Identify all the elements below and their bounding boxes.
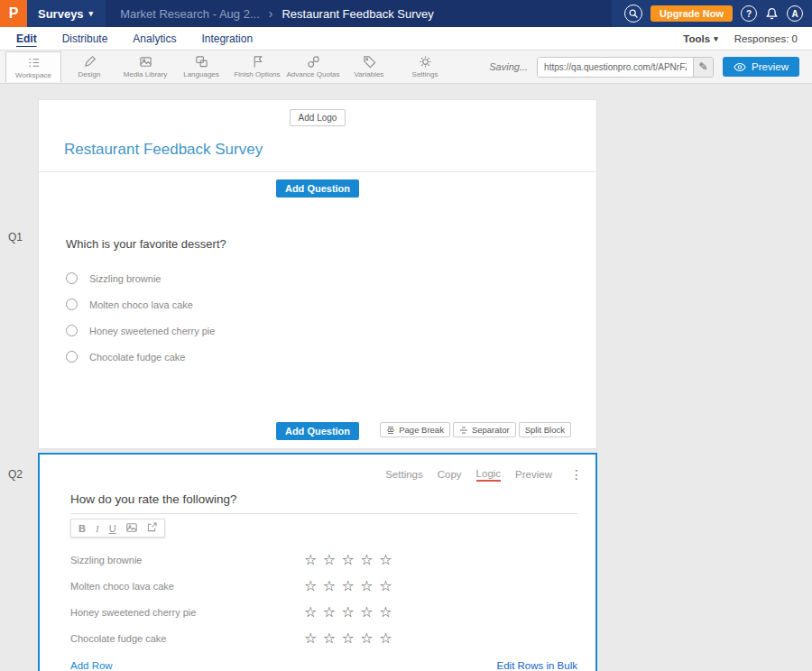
page-break-icon [386,426,395,435]
question-1-text[interactable]: Which is your favorite dessert? [66,237,596,251]
page-break-button[interactable]: Page Break [380,422,450,437]
advance-quotas-icon [307,55,320,69]
underline-button[interactable]: U [109,523,116,534]
separator-icon [459,426,468,435]
nav-right: Tools ▾ Responses: 0 [683,33,808,44]
rating-row: Sizzling brownie ☆ ☆ ☆ ☆ ☆ [70,547,577,573]
radio-button[interactable] [66,272,78,284]
edit-url-button[interactable]: ✎ [693,58,713,77]
question-preview-button[interactable]: Preview [515,469,552,480]
toolbar-item-workspace[interactable]: Workspace [5,51,61,82]
preview-button[interactable]: Preview [723,57,799,77]
block-actions: Page Break Separator Split Block [377,422,571,437]
italic-button[interactable]: I [96,523,99,534]
toolbar-item-finish-options[interactable]: Finish Options [229,51,285,82]
row-label[interactable]: Sizzling brownie [70,555,304,565]
add-logo-button[interactable]: Add Logo [290,109,346,126]
toolbar-item-label: Finish Options [234,70,280,78]
toolbar-right: Saving... ✎ Preview [489,57,807,78]
add-question-button-top[interactable]: Add Question [276,179,359,198]
notifications-button[interactable] [765,7,779,21]
toolbar-item-label: Languages [183,70,219,78]
tab-distribute[interactable]: Distribute [50,32,121,45]
breadcrumb-parent[interactable]: Market Research - Aug 2... [120,7,260,21]
toolbar-item-variables[interactable]: Variables [341,51,397,82]
tools-menu[interactable]: Tools ▾ [683,33,717,44]
toolbar-item-advance-quotas[interactable]: Advance Quotas [285,51,341,82]
help-button[interactable]: ? [741,5,757,22]
survey-header: Add Logo Restaurant Feedback Survey [39,100,596,172]
star-rating[interactable]: ☆ ☆ ☆ ☆ ☆ [304,603,393,620]
survey-title[interactable]: Restaurant Feedback Survey [64,141,596,159]
row-label[interactable]: Molten choco lava cake [70,581,304,592]
survey-url-input[interactable] [538,58,693,77]
add-row-link[interactable]: Add Row [70,660,113,671]
add-question-button-middle[interactable]: Add Question [276,422,359,440]
toolbar-item-label: Variables [355,70,384,78]
answer-option[interactable]: Molten choco lava cake [66,299,596,310]
tab-integration[interactable]: Integration [189,32,265,45]
answer-option[interactable]: Sizzling brownie [66,272,596,284]
responses-count[interactable]: Responses: 0 [734,33,798,44]
star-rating[interactable]: ☆ ☆ ☆ ☆ ☆ [304,577,393,594]
separator-button[interactable]: Separator [453,422,516,437]
text-format-toolbar: B I U [70,519,165,538]
radio-button[interactable] [66,351,78,363]
question-2-block[interactable]: Settings Copy Logic Preview ⋮ How do you… [38,453,597,671]
survey-nav: Edit Distribute Analytics Integration To… [0,27,812,51]
answer-option[interactable]: Chocolate fudge cake [66,351,596,363]
media-library-icon [139,55,152,69]
finish-options-icon [251,55,264,69]
radio-button[interactable] [66,299,78,310]
survey-url-group: ✎ [537,57,714,78]
toolbar-item-languages[interactable]: Languages [173,51,229,82]
row-label[interactable]: Honey sweetened cherry pie [70,607,304,618]
image-icon [126,523,137,532]
edit-rows-in-bulk-link[interactable]: Edit Rows in Bulk [497,660,577,671]
rating-row: Molten choco lava cake ☆ ☆ ☆ ☆ ☆ [70,573,577,599]
external-link-icon [147,522,157,532]
q2-label: Q2 [8,468,23,481]
search-button[interactable] [624,5,642,23]
option-label: Molten choco lava cake [89,299,193,310]
questionpro-logo[interactable]: P [0,0,27,27]
surveys-menu[interactable]: Surveys ▾ [27,7,106,21]
answer-option[interactable]: Honey sweetened cherry pie [66,325,596,336]
question-2-text[interactable]: How do you rate the following? [70,492,577,514]
upgrade-now-button[interactable]: Upgrade Now [651,5,733,22]
page-break-label: Page Break [399,425,444,435]
account-avatar[interactable]: A [787,5,803,22]
split-block-label: Split Block [525,425,565,435]
question-settings-button[interactable]: Settings [385,469,423,480]
breadcrumb: Market Research - Aug 2... › Restaurant … [106,0,612,27]
tab-edit[interactable]: Edit [4,32,50,45]
radio-button[interactable] [66,325,78,336]
tab-analytics[interactable]: Analytics [120,32,189,45]
toolbar-item-media-library[interactable]: Media Library [117,51,173,82]
more-options-icon[interactable]: ⋮ [570,467,583,482]
tools-label: Tools [683,33,710,44]
star-rating[interactable]: ☆ ☆ ☆ ☆ ☆ [304,551,393,568]
eye-icon [734,62,746,72]
toolbar-item-label: Advance Quotas [286,70,339,78]
row-label[interactable]: Chocolate fudge cake [70,633,304,644]
chevron-down-icon: ▾ [714,34,718,43]
question-1[interactable]: Which is your favorite dessert? Sizzling… [39,198,596,363]
split-block-button[interactable]: Split Block [519,422,571,437]
toolbar-item-label: Settings [412,70,438,78]
external-link-button[interactable] [147,522,157,534]
toolbar-item-settings[interactable]: Settings [397,51,453,82]
top-bar: P Surveys ▾ Market Research - Aug 2... ›… [0,0,812,27]
toolbar-item-design[interactable]: Design [61,51,117,82]
rating-row: Honey sweetened cherry pie ☆ ☆ ☆ ☆ ☆ [70,599,577,625]
languages-icon [195,55,208,69]
design-icon [83,55,97,69]
question-copy-button[interactable]: Copy [438,469,462,480]
insert-image-button[interactable] [126,523,137,534]
avatar-letter: A [791,9,798,19]
bold-button[interactable]: B [78,523,86,534]
rating-row: Chocolate fudge cake ☆ ☆ ☆ ☆ ☆ [70,625,577,651]
topbar-actions: Upgrade Now ? A [624,5,812,23]
question-logic-button[interactable]: Logic [476,468,502,482]
star-rating[interactable]: ☆ ☆ ☆ ☆ ☆ [304,630,393,647]
